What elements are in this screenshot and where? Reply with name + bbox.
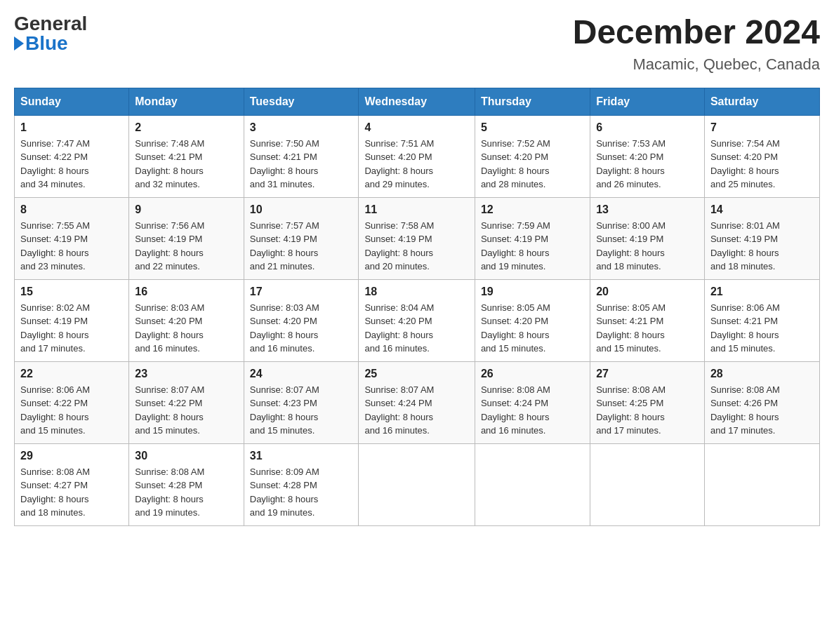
calendar-cell: 18 Sunrise: 8:04 AM Sunset: 4:20 PM Dayl… — [359, 279, 475, 361]
day-number: 1 — [20, 121, 123, 134]
day-info: Sunrise: 7:54 AM Sunset: 4:20 PM Dayligh… — [710, 137, 814, 192]
day-number: 21 — [710, 286, 814, 298]
day-info: Sunrise: 8:06 AM Sunset: 4:21 PM Dayligh… — [710, 301, 814, 356]
day-info: Sunrise: 7:48 AM Sunset: 4:21 PM Dayligh… — [135, 137, 237, 192]
day-number: 23 — [135, 368, 237, 380]
col-monday: Monday — [129, 88, 244, 115]
calendar-cell: 8 Sunrise: 7:55 AM Sunset: 4:19 PM Dayli… — [15, 197, 129, 279]
day-number: 5 — [481, 121, 584, 134]
col-sunday: Sunday — [15, 88, 129, 115]
calendar-cell: 14 Sunrise: 8:01 AM Sunset: 4:19 PM Dayl… — [704, 197, 819, 279]
day-number: 2 — [135, 121, 237, 134]
day-number: 11 — [364, 203, 468, 216]
day-info: Sunrise: 8:07 AM Sunset: 4:23 PM Dayligh… — [250, 383, 353, 438]
logo-general-text: General — [14, 14, 87, 34]
day-info: Sunrise: 7:55 AM Sunset: 4:19 PM Dayligh… — [20, 219, 123, 274]
calendar-cell: 11 Sunrise: 7:58 AM Sunset: 4:19 PM Dayl… — [359, 197, 475, 279]
calendar-cell — [704, 443, 819, 525]
day-number: 20 — [596, 286, 699, 298]
col-thursday: Thursday — [475, 88, 590, 115]
day-number: 8 — [20, 203, 123, 216]
day-info: Sunrise: 8:06 AM Sunset: 4:22 PM Dayligh… — [20, 383, 123, 438]
day-info: Sunrise: 8:00 AM Sunset: 4:19 PM Dayligh… — [596, 219, 699, 274]
day-number: 27 — [596, 368, 699, 380]
day-number: 10 — [250, 203, 353, 216]
day-info: Sunrise: 8:03 AM Sunset: 4:20 PM Dayligh… — [135, 301, 237, 356]
calendar-cell: 9 Sunrise: 7:56 AM Sunset: 4:19 PM Dayli… — [129, 197, 244, 279]
day-info: Sunrise: 7:57 AM Sunset: 4:19 PM Dayligh… — [250, 219, 353, 274]
day-info: Sunrise: 7:53 AM Sunset: 4:20 PM Dayligh… — [596, 137, 699, 192]
col-friday: Friday — [590, 88, 705, 115]
day-info: Sunrise: 8:08 AM Sunset: 4:28 PM Dayligh… — [135, 465, 237, 520]
day-info: Sunrise: 7:58 AM Sunset: 4:19 PM Dayligh… — [364, 219, 468, 274]
calendar-cell: 27 Sunrise: 8:08 AM Sunset: 4:25 PM Dayl… — [590, 361, 705, 443]
col-saturday: Saturday — [704, 88, 819, 115]
calendar-cell: 26 Sunrise: 8:08 AM Sunset: 4:24 PM Dayl… — [475, 361, 590, 443]
calendar-cell: 22 Sunrise: 8:06 AM Sunset: 4:22 PM Dayl… — [15, 361, 129, 443]
calendar-cell: 13 Sunrise: 8:00 AM Sunset: 4:19 PM Dayl… — [590, 197, 705, 279]
calendar-cell: 12 Sunrise: 7:59 AM Sunset: 4:19 PM Dayl… — [475, 197, 590, 279]
day-number: 15 — [20, 286, 123, 298]
calendar-cell: 5 Sunrise: 7:52 AM Sunset: 4:20 PM Dayli… — [475, 115, 590, 197]
page-header: General Blue December 2024 Macamic, Queb… — [14, 14, 820, 74]
week-row-5: 29 Sunrise: 8:08 AM Sunset: 4:27 PM Dayl… — [15, 443, 820, 525]
day-info: Sunrise: 7:47 AM Sunset: 4:22 PM Dayligh… — [20, 137, 123, 192]
day-info: Sunrise: 8:03 AM Sunset: 4:20 PM Dayligh… — [250, 301, 353, 356]
calendar-cell: 17 Sunrise: 8:03 AM Sunset: 4:20 PM Dayl… — [244, 279, 359, 361]
calendar-cell: 28 Sunrise: 8:08 AM Sunset: 4:26 PM Dayl… — [704, 361, 819, 443]
col-wednesday: Wednesday — [359, 88, 475, 115]
day-number: 19 — [481, 286, 584, 298]
day-info: Sunrise: 8:05 AM Sunset: 4:20 PM Dayligh… — [481, 301, 584, 356]
calendar-cell: 24 Sunrise: 8:07 AM Sunset: 4:23 PM Dayl… — [244, 361, 359, 443]
calendar-cell: 15 Sunrise: 8:02 AM Sunset: 4:19 PM Dayl… — [15, 279, 129, 361]
day-number: 28 — [710, 368, 814, 380]
day-number: 4 — [364, 121, 468, 134]
day-info: Sunrise: 8:01 AM Sunset: 4:19 PM Dayligh… — [710, 219, 814, 274]
logo: General Blue — [14, 14, 87, 53]
day-number: 14 — [710, 203, 814, 216]
day-number: 30 — [135, 450, 237, 462]
calendar-cell — [359, 443, 475, 525]
calendar-title: December 2024 — [573, 14, 820, 51]
day-info: Sunrise: 7:51 AM Sunset: 4:20 PM Dayligh… — [364, 137, 468, 192]
calendar-cell: 4 Sunrise: 7:51 AM Sunset: 4:20 PM Dayli… — [359, 115, 475, 197]
day-info: Sunrise: 8:08 AM Sunset: 4:24 PM Dayligh… — [481, 383, 584, 438]
calendar-cell: 7 Sunrise: 7:54 AM Sunset: 4:20 PM Dayli… — [704, 115, 819, 197]
calendar-cell: 29 Sunrise: 8:08 AM Sunset: 4:27 PM Dayl… — [15, 443, 129, 525]
day-number: 16 — [135, 286, 237, 298]
day-number: 6 — [596, 121, 699, 134]
day-number: 9 — [135, 203, 237, 216]
calendar-table: Sunday Monday Tuesday Wednesday Thursday… — [14, 88, 820, 526]
day-info: Sunrise: 8:08 AM Sunset: 4:26 PM Dayligh… — [710, 383, 814, 438]
calendar-cell: 1 Sunrise: 7:47 AM Sunset: 4:22 PM Dayli… — [15, 115, 129, 197]
logo-blue-text: Blue — [14, 34, 68, 53]
calendar-subtitle: Macamic, Quebec, Canada — [573, 55, 820, 74]
col-tuesday: Tuesday — [244, 88, 359, 115]
day-info: Sunrise: 8:09 AM Sunset: 4:28 PM Dayligh… — [250, 465, 353, 520]
day-number: 31 — [250, 450, 353, 462]
day-number: 7 — [710, 121, 814, 134]
calendar-cell: 30 Sunrise: 8:08 AM Sunset: 4:28 PM Dayl… — [129, 443, 244, 525]
calendar-cell: 25 Sunrise: 8:07 AM Sunset: 4:24 PM Dayl… — [359, 361, 475, 443]
calendar-cell: 20 Sunrise: 8:05 AM Sunset: 4:21 PM Dayl… — [590, 279, 705, 361]
week-row-4: 22 Sunrise: 8:06 AM Sunset: 4:22 PM Dayl… — [15, 361, 820, 443]
title-section: December 2024 Macamic, Quebec, Canada — [573, 14, 820, 74]
day-info: Sunrise: 8:02 AM Sunset: 4:19 PM Dayligh… — [20, 301, 123, 356]
week-row-2: 8 Sunrise: 7:55 AM Sunset: 4:19 PM Dayli… — [15, 197, 820, 279]
calendar-cell — [590, 443, 705, 525]
calendar-cell: 3 Sunrise: 7:50 AM Sunset: 4:21 PM Dayli… — [244, 115, 359, 197]
calendar-cell: 23 Sunrise: 8:07 AM Sunset: 4:22 PM Dayl… — [129, 361, 244, 443]
day-number: 25 — [364, 368, 468, 380]
calendar-cell — [475, 443, 590, 525]
day-info: Sunrise: 7:59 AM Sunset: 4:19 PM Dayligh… — [481, 219, 584, 274]
day-number: 3 — [250, 121, 353, 134]
day-info: Sunrise: 8:07 AM Sunset: 4:24 PM Dayligh… — [364, 383, 468, 438]
day-info: Sunrise: 8:05 AM Sunset: 4:21 PM Dayligh… — [596, 301, 699, 356]
day-info: Sunrise: 8:07 AM Sunset: 4:22 PM Dayligh… — [135, 383, 237, 438]
day-info: Sunrise: 8:08 AM Sunset: 4:25 PM Dayligh… — [596, 383, 699, 438]
calendar-cell: 6 Sunrise: 7:53 AM Sunset: 4:20 PM Dayli… — [590, 115, 705, 197]
calendar-cell: 19 Sunrise: 8:05 AM Sunset: 4:20 PM Dayl… — [475, 279, 590, 361]
calendar-header-row: Sunday Monday Tuesday Wednesday Thursday… — [15, 88, 820, 115]
day-number: 12 — [481, 203, 584, 216]
day-number: 24 — [250, 368, 353, 380]
